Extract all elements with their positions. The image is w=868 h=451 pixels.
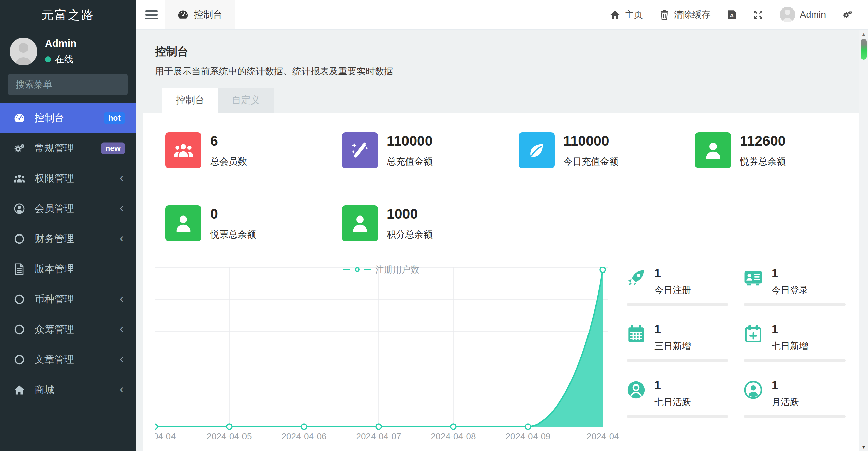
svg-text:A: A (730, 13, 734, 18)
chart-plot: 04-04 2024-04-05 2024-04-06 2024-04-07 2… (155, 267, 625, 447)
stat-card-points-balance: 1000 积分总余额 (342, 205, 433, 241)
file-icon (12, 263, 27, 275)
user-icon (695, 132, 731, 168)
sidebar-item-articles[interactable]: 文章管理 ‹ (0, 344, 136, 375)
user-menu[interactable]: Admin (780, 7, 826, 22)
topbar-tab-dashboard[interactable]: 控制台 (165, 0, 235, 29)
circle-icon (12, 354, 27, 365)
rocket-icon (627, 268, 646, 287)
chevron-left-icon: ‹ (120, 231, 124, 245)
page-header: 控制台 用于展示当前系统中的统计数据、统计报表及重要实时数据 (136, 30, 868, 77)
search-input[interactable] (15, 79, 137, 90)
chevron-left-icon: ‹ (120, 292, 124, 306)
user-icon (165, 205, 201, 241)
scroll-up-arrow-icon[interactable]: ▲ (859, 31, 868, 37)
legend-line-icon (364, 269, 371, 270)
stat-value: 110000 (563, 134, 618, 148)
clear-cache-label: 清除缓存 (674, 8, 710, 21)
sidebar-item-general[interactable]: 常规管理 new (0, 133, 136, 163)
sidebar-item-dashboard[interactable]: 控制台 hot (0, 103, 136, 133)
mini-stat-label: 七日活跃 (654, 396, 691, 408)
mini-stat-value: 1 (654, 267, 661, 279)
language-button[interactable]: A (727, 10, 737, 20)
stat-label: 悦票总余额 (210, 228, 256, 241)
sidebar-item-crowdfunding[interactable]: 众筹管理 ‹ (0, 314, 136, 344)
sidebar-item-label: 版本管理 (35, 262, 74, 276)
stat-label: 今日充值金额 (563, 155, 618, 168)
users-icon (12, 173, 27, 184)
svg-text:2024-04-07: 2024-04-07 (356, 431, 401, 441)
sidebar-toggle-button[interactable] (145, 10, 158, 19)
dashboard-panel: 6 总会员数 110000 总充值金额 110000 今日充值金额 (143, 113, 860, 451)
sidebar-item-finance[interactable]: 财务管理 ‹ (0, 224, 136, 254)
home-button[interactable]: 主页 (610, 8, 643, 21)
svg-text:2024-04-09: 2024-04-09 (506, 431, 551, 441)
circle-icon (12, 233, 27, 245)
svg-text:04-04: 04-04 (155, 431, 176, 441)
sidebar-item-permissions[interactable]: 权限管理 ‹ (0, 163, 136, 193)
sidebar: 元富之路 Admin 在线 控制台 hot 常规管理 (0, 0, 136, 451)
mini-stat-3day-new: 1 三日新增 (627, 323, 739, 364)
mini-stat-label: 月活跃 (772, 396, 799, 408)
sidebar-item-label: 财务管理 (35, 232, 74, 246)
vertical-scrollbar[interactable]: ▲ ▼ (859, 30, 868, 451)
scrollbar-thumb[interactable] (861, 39, 867, 60)
cogs-icon (12, 143, 27, 154)
mini-stat-7day-new: 1 七日新增 (744, 323, 856, 364)
mini-stat-value: 1 (772, 323, 778, 335)
avatar (10, 38, 37, 65)
chart-markers (155, 267, 605, 429)
stat-value: 112600 (740, 134, 786, 148)
sidebar-item-label: 币种管理 (35, 293, 74, 306)
svg-text:2024-04-08: 2024-04-08 (431, 431, 476, 441)
home-label: 主页 (625, 8, 643, 21)
sidebar-item-members[interactable]: 会员管理 ‹ (0, 193, 136, 224)
tachometer-icon (12, 112, 27, 124)
svg-text:2024-04-06: 2024-04-06 (282, 431, 327, 441)
mini-stat-value: 1 (654, 379, 661, 391)
registered-users-chart: 注册用户数 (155, 264, 625, 449)
user-icon (342, 205, 378, 241)
topbar-tab-label: 控制台 (194, 8, 222, 21)
calendar-icon (627, 324, 646, 343)
home-icon (610, 10, 620, 20)
tab-dashboard[interactable]: 控制台 (162, 88, 218, 113)
user-panel: Admin 在线 (0, 30, 136, 68)
fullscreen-button[interactable] (753, 10, 763, 20)
translate-icon: A (727, 10, 737, 20)
progress-bar (744, 359, 846, 362)
user-name: Admin (45, 38, 76, 49)
stat-card-total-recharge: 110000 总充值金额 (342, 132, 433, 168)
progress-bar (744, 303, 846, 306)
chevron-left-icon: ‹ (120, 352, 124, 366)
stat-value: 110000 (387, 134, 433, 148)
mini-stat-label: 三日新增 (654, 340, 691, 352)
stat-card-ticket-balance: 0 悦票总余额 (165, 205, 256, 241)
stat-value: 1000 (387, 207, 433, 221)
fullscreen-icon (753, 10, 763, 20)
chart-area (528, 270, 603, 427)
sidebar-item-mall[interactable]: 商城 ‹ (0, 375, 136, 405)
user-circle-icon (12, 203, 27, 214)
magic-wand-icon (342, 132, 378, 168)
new-badge: new (101, 142, 125, 154)
sidebar-item-currencies[interactable]: 币种管理 ‹ (0, 284, 136, 314)
user-badge-icon (627, 380, 646, 399)
svg-text:2024-04-05: 2024-04-05 (207, 431, 252, 441)
chevron-left-icon: ‹ (120, 201, 124, 215)
hot-badge: hot (104, 112, 125, 124)
sidebar-item-versions[interactable]: 版本管理 (0, 254, 136, 284)
sidebar-search (8, 74, 128, 95)
content-tabs: 控制台 自定义 (162, 88, 868, 113)
scroll-down-arrow-icon[interactable]: ▼ (859, 444, 868, 450)
tab-custom[interactable]: 自定义 (218, 88, 274, 113)
mini-stat-value: 1 (772, 379, 778, 391)
progress-bar (627, 303, 728, 306)
topbar-username: Admin (800, 10, 826, 20)
settings-button[interactable] (842, 10, 852, 20)
home-icon (12, 384, 27, 396)
stat-label: 积分总余额 (387, 228, 433, 241)
chart-legend[interactable]: 注册用户数 (155, 264, 608, 276)
progress-bar (627, 415, 728, 418)
clear-cache-button[interactable]: 清除缓存 (659, 8, 710, 21)
